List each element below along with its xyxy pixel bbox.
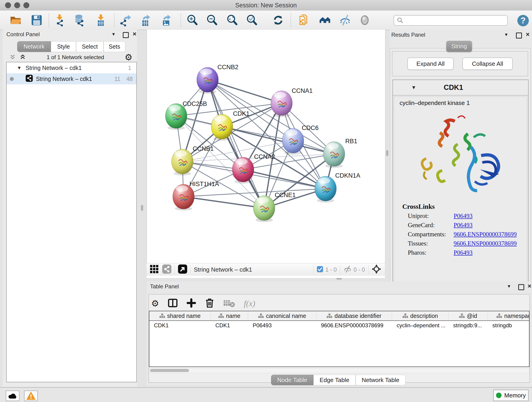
crosslink-link[interactable]: 9606.ENSP00000378699 — [454, 231, 517, 238]
expand-all-networks-icon[interactable] — [19, 53, 26, 61]
network-options-gear-icon[interactable]: ⚙ — [125, 53, 133, 62]
export-image-icon[interactable] — [160, 14, 173, 27]
table-panel-collapse-icon[interactable]: ▾ — [508, 283, 510, 289]
network-edge-CCNB2-CCNA1[interactable] — [208, 80, 282, 103]
table-cell[interactable]: stringdb — [488, 321, 530, 330]
tab-style[interactable]: Style — [51, 41, 76, 52]
collapse-all-networks-icon[interactable] — [9, 53, 16, 61]
control-panel-close-icon[interactable]: ✕ — [133, 31, 137, 37]
add-column-icon[interactable] — [186, 298, 196, 309]
left-splitter-handle[interactable] — [141, 205, 143, 211]
network-label: String Network – cdk1 — [36, 76, 92, 82]
tab-edge-table[interactable]: Edge Table — [313, 375, 355, 385]
crosslinks-list: Uniprot:P06493GeneCard:P06493Compartment… — [394, 212, 527, 256]
table-panel-float-icon[interactable] — [518, 284, 524, 290]
table-panel-title: Table Panel — [150, 283, 179, 290]
network-selection-status: 1 of 1 Network selected — [26, 54, 125, 61]
open-session-icon[interactable] — [9, 14, 22, 27]
toolbar-separator — [291, 13, 291, 27]
fit-content-crosshair-icon[interactable] — [372, 264, 381, 275]
crosslink-label: Uniprot: — [408, 212, 454, 220]
network-edge-CCNA2-CDKN1A[interactable] — [243, 170, 326, 189]
column-header-description[interactable]: description — [392, 311, 449, 320]
column-header-database-identifier[interactable]: database identifier — [317, 311, 392, 320]
table-hscroll-thumb[interactable] — [150, 369, 189, 372]
network-edge-CCNE1-HIST1H1A[interactable] — [184, 197, 264, 208]
results-panel-float-icon[interactable] — [516, 32, 522, 38]
hidden-count: 0 - 0 — [354, 266, 365, 273]
hidden-eye-slash-icon[interactable] — [343, 265, 352, 274]
network-svg: CCNB2CCNA1CDC25BCDK1CDC6RB1CCNB1CCNA2CDK… — [147, 30, 385, 263]
table-row[interactable]: CDK1CDK1P064939606.ENSP00000378699cyclin… — [149, 321, 529, 330]
table-cell[interactable]: P06493 — [248, 321, 317, 330]
hide-panel-icon[interactable] — [339, 14, 351, 27]
table-options-gear-icon[interactable]: ⚙ — [151, 299, 159, 308]
svg-text:?: ? — [520, 16, 526, 25]
tab-network[interactable]: Network — [17, 41, 51, 52]
network-canvas[interactable]: CCNB2CCNA1CDC25BCDK1CDC6RB1CCNB1CCNA2CDK… — [147, 30, 385, 263]
import-network-file-icon[interactable] — [53, 14, 66, 27]
tab-network-table[interactable]: Network Table — [355, 375, 405, 385]
search-input[interactable] — [394, 15, 508, 26]
right-splitter-handle[interactable] — [386, 150, 388, 156]
table-cell[interactable]: CDK1 — [211, 321, 248, 330]
network-collection-row[interactable]: ▼ String Network – cdk1 1 — [7, 62, 136, 73]
zoom-fit-icon[interactable] — [226, 14, 239, 27]
help-icon[interactable]: ? — [517, 14, 529, 28]
collection-expand-icon[interactable]: ▼ — [17, 65, 22, 70]
expand-all-button[interactable]: Expand All — [407, 57, 454, 70]
results-panel-close-icon[interactable]: ✕ — [526, 32, 530, 38]
toolbar-separator — [181, 13, 181, 27]
zoom-in-icon[interactable] — [186, 14, 199, 27]
tab-sets[interactable]: Sets — [104, 41, 125, 52]
export-table-icon[interactable] — [139, 14, 152, 27]
column-header-shared-name[interactable]: shared name — [149, 311, 211, 320]
show-columns-icon[interactable] — [168, 298, 178, 309]
results-panel-collapse-icon[interactable]: ▾ — [505, 32, 507, 38]
import-table-icon[interactable] — [94, 14, 107, 27]
section-collapse-icon[interactable]: ▼ — [411, 85, 416, 90]
network-row-selected[interactable]: String Network – cdk1 11 48 — [7, 73, 136, 84]
graphics-details-icon[interactable] — [358, 14, 371, 27]
delete-column-icon[interactable] — [205, 298, 215, 309]
grid-view-icon[interactable] — [150, 265, 158, 274]
table-panel-close-icon[interactable]: ✕ — [527, 283, 532, 289]
apply-layout-icon[interactable] — [272, 14, 285, 27]
zoom-selected-icon[interactable] — [246, 14, 259, 27]
import-network-database-icon[interactable] — [73, 14, 86, 27]
column-header-label: description — [410, 313, 438, 319]
table-cell[interactable]: 9606.ENSP00000378699 — [317, 321, 392, 330]
table-hscrollbar[interactable] — [149, 368, 530, 373]
control-panel-collapse-icon[interactable]: ▾ — [112, 31, 115, 37]
birds-eye-view-icon[interactable] — [178, 264, 187, 274]
clone-network-icon[interactable] — [298, 14, 311, 27]
collapse-all-button[interactable]: Collapse All — [462, 57, 513, 70]
control-panel-float-icon[interactable] — [123, 32, 129, 38]
selected-checkbox-icon[interactable] — [317, 266, 323, 273]
results-tab-string[interactable]: String — [446, 41, 472, 52]
zoom-out-icon[interactable] — [206, 14, 219, 27]
crosslink-link[interactable]: P06493 — [454, 249, 473, 256]
table-cell[interactable]: stringdb:9... — [449, 321, 488, 330]
column-header--id[interactable]: @id — [449, 311, 488, 320]
column-header-name[interactable]: name — [211, 311, 248, 320]
column-header-namespace[interactable]: namespace — [488, 311, 530, 320]
string-home-icon[interactable] — [318, 14, 331, 27]
table-cell[interactable]: cyclin–dependent ... — [392, 321, 449, 330]
save-session-icon[interactable] — [30, 14, 43, 27]
crosslink-link[interactable]: 9606.ENSP00000378699 — [454, 240, 517, 247]
crosslink-link[interactable]: P06493 — [454, 222, 473, 229]
function-builder-icon-disabled: f(x) — [244, 299, 255, 308]
network-edge-CCNB2-CCNE1[interactable] — [208, 80, 264, 208]
tab-node-table[interactable]: Node Table — [271, 375, 313, 385]
export-network-icon[interactable] — [120, 14, 133, 27]
cloud-button[interactable] — [6, 390, 19, 401]
cdk1-section-header[interactable]: ▼ CDK1 — [393, 80, 528, 96]
column-header-canonical-name[interactable]: canonical name — [248, 311, 317, 320]
tab-select[interactable]: Select — [76, 41, 104, 52]
crosslink-row: Compartments:9606.ENSP00000378699 — [408, 231, 527, 238]
table-cell[interactable]: CDK1 — [149, 321, 211, 330]
warning-button[interactable] — [24, 390, 38, 401]
memory-button[interactable]: Memory — [493, 390, 529, 401]
crosslink-link[interactable]: P06493 — [454, 212, 473, 220]
